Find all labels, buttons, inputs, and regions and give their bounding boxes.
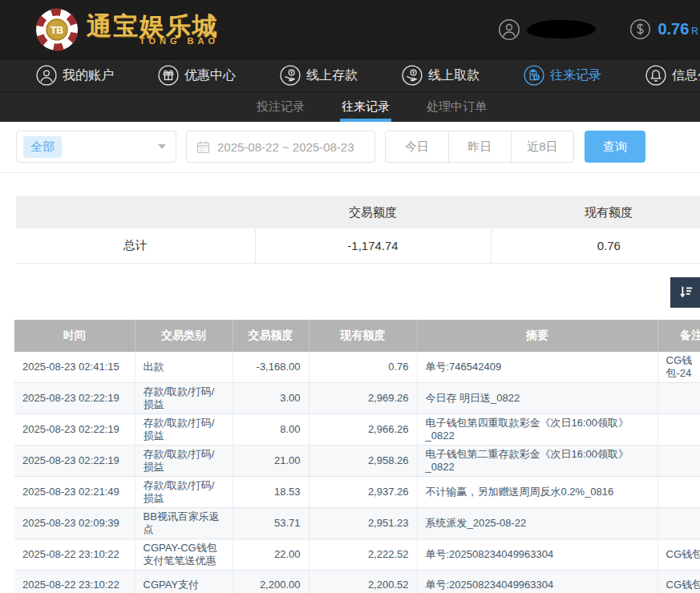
records-icon (524, 65, 544, 86)
cell-time: 2025-08-23 02:22:19 (14, 382, 135, 413)
nav-item-label: 优惠中心 (184, 67, 236, 84)
deposit-icon (280, 65, 301, 86)
table-row: 2025-08-22 23:10:22CGPAY-CG钱包支付笔笔送优惠22.0… (14, 539, 700, 570)
col-header-summary: 摘要 (417, 320, 658, 352)
nav-item-label: 信息公告 (672, 67, 700, 84)
section-divider (0, 172, 700, 173)
tab-pending-orders[interactable]: 处理中订单 (425, 92, 488, 122)
cell-note (658, 382, 700, 413)
tab-bet-records[interactable]: 投注记录 (255, 92, 306, 122)
cell-balance: 2,222.52 (309, 539, 417, 570)
summary-section: 交易额度 现有额度 总计 -1,174.74 0.76 (16, 196, 700, 264)
cell-summary: 单号:746542409 (417, 352, 658, 383)
header-account-area: 0.76 R (498, 18, 698, 41)
table-row: 2025-08-23 02:22:19存款/取款/打码/损益3.002,969.… (14, 382, 700, 413)
cell-balance: 2,951.23 (309, 507, 417, 539)
type-select[interactable]: 全部 (16, 131, 176, 163)
nav-item-promo-center[interactable]: 优惠中心 (158, 65, 236, 86)
last8days-button[interactable]: 近8日 (511, 131, 573, 162)
table-row: 2025-08-23 02:41:15出款-3,168.000.76单号:746… (14, 352, 700, 383)
cell-type: 存款/取款/打码/损益 (135, 382, 233, 413)
cell-balance: 2,958.26 (309, 445, 417, 476)
col-header-time: 时间 (14, 320, 135, 352)
cell-note: CG钱包 (658, 570, 700, 593)
table-row: 2025-08-23 02:22:19存款/取款/打码/损益21.002,958… (14, 445, 700, 476)
transactions-section: 时间 交易类别 交易额度 现有额度 摘要 备注 2025-08-23 02:41… (14, 320, 700, 593)
username-redacted[interactable] (527, 20, 596, 38)
cell-balance: 2,200.52 (309, 570, 417, 593)
nav-item-online-withdraw[interactable]: 线上取款 (402, 65, 479, 86)
nav-item-label: 我的账户 (63, 67, 114, 84)
summary-header-row: 交易额度 现有额度 (16, 196, 700, 228)
cell-type: CGPAY-CG钱包支付笔笔送优惠 (135, 539, 233, 570)
date-range-input[interactable]: 2025-08-22 ~ 2025-08-23 (186, 131, 375, 163)
tab-label: 往来记录 (342, 99, 390, 115)
sort-row (0, 277, 700, 308)
summary-header-empty (16, 196, 255, 228)
cell-amount: 8.00 (233, 413, 309, 445)
nav-item-online-deposit[interactable]: 线上存款 (280, 65, 358, 86)
cell-amount: 2,200.00 (233, 570, 309, 593)
cell-balance: 0.76 (309, 352, 417, 383)
cell-summary: 电子钱包第二重存款彩金《次日16:00领取》_0822 (417, 445, 658, 476)
nav-item-label: 往来记录 (550, 67, 601, 84)
date-range-value: 2025-08-22 ~ 2025-08-23 (217, 140, 354, 154)
col-header-amount: 交易额度 (233, 320, 309, 352)
balance-amount[interactable]: 0.76 (658, 20, 689, 38)
cell-note (658, 445, 700, 476)
transactions-table: 时间 交易类别 交易额度 现有额度 摘要 备注 2025-08-23 02:41… (14, 320, 700, 593)
nav-item-label: 线上存款 (306, 67, 358, 84)
cell-time: 2025-08-23 02:41:15 (14, 352, 135, 383)
nav-item-announcements[interactable]: 信息公告 (645, 65, 700, 86)
logo-text: 通宝娱乐城 TONG BAO (87, 14, 219, 46)
nav-item-transaction-records[interactable]: 往来记录 (524, 65, 601, 86)
cell-amount: 22.00 (233, 539, 309, 570)
tab-transaction-records[interactable]: 往来记录 (340, 92, 391, 122)
cell-summary: 不计输赢，另加赠送周周反水0.2%_0816 (417, 476, 658, 507)
cell-amount: -3,168.00 (233, 352, 309, 383)
cell-type: 存款/取款/打码/损益 (135, 476, 233, 507)
svg-text:TB: TB (51, 24, 63, 35)
table-row: 2025-08-23 02:09:39BB视讯百家乐返点53.712,951.2… (14, 507, 700, 539)
transactions-body: 2025-08-23 02:41:15出款-3,168.000.76单号:746… (14, 352, 700, 593)
search-button[interactable]: 查询 (585, 131, 645, 163)
col-header-balance: 现有额度 (309, 320, 417, 352)
logo-title: 通宝娱乐城 (87, 14, 219, 38)
table-row: 2025-08-23 02:21:49存款/取款/打码/损益18.532,937… (14, 476, 700, 507)
cell-balance: 2,966.26 (309, 413, 417, 445)
withdraw-icon (402, 65, 423, 86)
top-header: TB 通宝娱乐城 TONG BAO 0.76 R (0, 0, 700, 58)
cell-summary: 系统派发_2025-08-22 (417, 507, 658, 539)
active-tab-underline (340, 119, 391, 122)
cell-amount: 21.00 (233, 445, 309, 476)
today-button[interactable]: 今日 (386, 131, 448, 162)
type-select-value: 全部 (23, 136, 62, 158)
summary-total-row: 总计 -1,174.74 0.76 (16, 228, 700, 263)
yesterday-button[interactable]: 昨日 (448, 131, 511, 162)
cell-time: 2025-08-22 23:10:22 (14, 570, 135, 593)
sort-descending-button[interactable] (670, 277, 700, 308)
cell-amount: 3.00 (233, 382, 309, 413)
col-header-note: 备注 (658, 320, 700, 352)
cell-amount: 18.53 (233, 476, 309, 507)
sort-descending-icon (677, 284, 694, 301)
cell-time: 2025-08-23 02:21:49 (14, 476, 135, 507)
transactions-header-row: 时间 交易类别 交易额度 现有额度 摘要 备注 (14, 320, 700, 352)
cell-note: CG钱包-24 (658, 352, 700, 383)
cell-amount: 53.71 (233, 507, 309, 539)
nav-item-my-account[interactable]: 我的账户 (36, 65, 114, 86)
balance-currency: R (691, 26, 698, 37)
summary-header-balance: 现有额度 (491, 196, 700, 228)
summary-header-transaction: 交易额度 (255, 196, 491, 228)
chevron-down-icon (158, 144, 166, 149)
cell-summary: 单号:202508234049963304 (417, 539, 658, 570)
cell-type: 存款/取款/打码/损益 (135, 413, 233, 445)
cell-time: 2025-08-23 02:22:19 (14, 413, 135, 445)
site-logo[interactable]: TB 通宝娱乐城 TONG BAO (35, 8, 219, 51)
summary-table: 交易额度 现有额度 总计 -1,174.74 0.76 (16, 196, 700, 264)
table-row: 2025-08-23 02:22:19存款/取款/打码/损益8.002,966.… (14, 413, 700, 445)
quick-range-group: 今日 昨日 近8日 (385, 131, 574, 163)
tab-label: 投注记录 (257, 99, 305, 115)
summary-total-label: 总计 (16, 228, 255, 263)
user-avatar-icon[interactable] (498, 18, 520, 41)
